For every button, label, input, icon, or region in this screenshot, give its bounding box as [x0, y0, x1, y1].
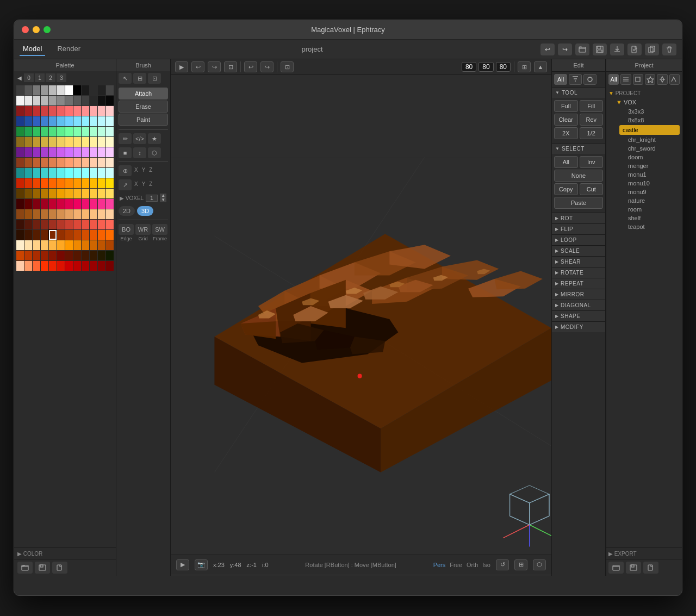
tool-rev-btn[interactable]: Rev	[580, 114, 604, 126]
color-cell-11-7[interactable]	[73, 199, 81, 209]
brush-resize-btn[interactable]: ↗	[119, 179, 132, 190]
voxel-step-down[interactable]: ▼	[160, 198, 166, 202]
color-cell-3-10[interactable]	[98, 116, 105, 126]
color-cell-6-8[interactable]	[82, 147, 89, 157]
tree-item-3x3x3[interactable]: 3x3x3	[619, 107, 680, 116]
color-cell-4-3[interactable]	[41, 127, 48, 136]
color-cell-12-8[interactable]	[82, 209, 89, 219]
mode-pers[interactable]: Pers	[433, 562, 446, 568]
save-button[interactable]	[593, 43, 607, 55]
tool-2x-btn[interactable]: 2X	[554, 127, 578, 139]
tool-section-header[interactable]: ▼ TOOL	[552, 87, 605, 98]
tree-item-chr-sword[interactable]: chr_sword	[619, 144, 680, 153]
edit-all-btn[interactable]: All	[554, 74, 567, 85]
color-cell-16-11[interactable]	[106, 251, 114, 260]
color-cell-13-0[interactable]	[16, 220, 24, 229]
color-cell-9-2[interactable]	[33, 178, 40, 188]
color-cell-15-5[interactable]	[57, 240, 65, 250]
color-cell-0-8[interactable]	[82, 85, 89, 95]
project-filter5-btn[interactable]	[669, 74, 680, 85]
color-cell-17-1[interactable]	[24, 261, 32, 271]
color-cell-6-3[interactable]	[41, 147, 48, 157]
color-cell-5-3[interactable]	[41, 137, 48, 147]
color-cell-0-1[interactable]	[24, 85, 32, 95]
color-cell-5-11[interactable]	[106, 137, 114, 147]
color-cell-16-6[interactable]	[65, 251, 73, 260]
color-cell-17-10[interactable]	[98, 261, 105, 271]
color-cell-5-1[interactable]	[24, 137, 32, 147]
rotate-section-header[interactable]: ▶ ROTATE	[552, 267, 605, 278]
wr-btn[interactable]: WR	[135, 224, 151, 235]
color-cell-12-9[interactable]	[90, 209, 97, 219]
brush-crop-btn[interactable]: ⊡	[148, 73, 161, 84]
color-cell-17-6[interactable]	[65, 261, 73, 271]
color-cell-7-6[interactable]	[65, 158, 73, 167]
project-new-btn[interactable]	[643, 562, 658, 574]
tab-model[interactable]: Model	[20, 42, 45, 56]
color-cell-10-5[interactable]	[57, 189, 65, 198]
color-cell-9-4[interactable]	[49, 178, 57, 188]
color-cell-11-10[interactable]	[98, 199, 105, 209]
scale-section-header[interactable]: ▶ SCALE	[552, 245, 605, 256]
color-cell-2-7[interactable]	[73, 106, 81, 116]
repeat-section-header[interactable]: ▶ REPEAT	[552, 278, 605, 289]
palette-folder-btn[interactable]	[17, 562, 33, 574]
color-cell-12-11[interactable]	[106, 209, 114, 219]
color-cell-11-1[interactable]	[24, 199, 32, 209]
color-cell-10-6[interactable]	[65, 189, 73, 198]
brush-3d-btn[interactable]: ⬡	[148, 147, 161, 158]
dim-2d-btn[interactable]: 2D	[119, 206, 135, 216]
mirror-section-header[interactable]: ▶ MIRROR	[552, 289, 605, 300]
color-cell-1-2[interactable]	[33, 96, 40, 105]
color-cell-4-2[interactable]	[33, 127, 40, 136]
color-cell-3-3[interactable]	[41, 116, 48, 126]
tab-render[interactable]: Render	[54, 42, 84, 56]
brush-select-btn[interactable]: ↖	[119, 73, 132, 84]
color-cell-16-7[interactable]	[73, 251, 81, 260]
color-cell-8-9[interactable]	[90, 168, 97, 178]
brush-square-btn[interactable]: ■	[119, 147, 132, 158]
color-cell-3-9[interactable]	[90, 116, 97, 126]
color-cell-5-6[interactable]	[65, 137, 73, 147]
color-cell-6-2[interactable]	[33, 147, 40, 157]
color-cell-8-0[interactable]	[16, 168, 24, 178]
color-cell-11-2[interactable]	[33, 199, 40, 209]
color-cell-7-9[interactable]	[90, 158, 97, 167]
modify-section-header[interactable]: ▶ MODIFY	[552, 321, 605, 332]
color-cell-4-11[interactable]	[106, 127, 114, 136]
brush-grid-btn[interactable]: ⊞	[133, 73, 146, 84]
select-copy-btn[interactable]: Copy	[554, 183, 578, 195]
project-folder-btn[interactable]	[608, 562, 624, 574]
color-cell-7-3[interactable]	[41, 158, 48, 167]
project-filter3-btn[interactable]	[645, 74, 655, 85]
color-cell-2-0[interactable]	[16, 106, 24, 116]
color-cell-1-7[interactable]	[73, 96, 81, 105]
select-none-btn[interactable]: None	[554, 170, 603, 182]
maximize-button[interactable]	[44, 26, 51, 33]
color-cell-11-6[interactable]	[65, 199, 73, 209]
redo-button[interactable]: ↪	[558, 43, 572, 55]
flip-section-header[interactable]: ▶ FLIP	[552, 223, 605, 234]
bo-btn[interactable]: BO	[119, 224, 134, 235]
color-cell-14-5[interactable]	[57, 230, 65, 240]
undo-button[interactable]: ↩	[540, 43, 555, 55]
color-cell-8-5[interactable]	[57, 168, 65, 178]
project-save-btn[interactable]	[626, 562, 641, 574]
color-cell-9-0[interactable]	[16, 178, 24, 188]
color-cell-8-4[interactable]	[49, 168, 57, 178]
color-cell-12-10[interactable]	[98, 209, 105, 219]
color-cell-0-11[interactable]	[106, 85, 114, 95]
color-cell-3-1[interactable]	[24, 116, 32, 126]
project-export[interactable]: ▶ EXPORT	[606, 547, 682, 559]
color-cell-4-9[interactable]	[90, 127, 97, 136]
open-button[interactable]	[575, 43, 589, 55]
color-cell-11-9[interactable]	[90, 199, 97, 209]
color-cell-16-1[interactable]	[24, 251, 32, 260]
color-cell-6-1[interactable]	[24, 147, 32, 157]
vp-frame-btn[interactable]: ⊡	[224, 61, 237, 72]
project-filter2-btn[interactable]	[633, 74, 643, 85]
color-cell-7-7[interactable]	[73, 158, 81, 167]
color-cell-12-6[interactable]	[65, 209, 73, 219]
color-cell-9-10[interactable]	[98, 178, 105, 188]
vp-canvas[interactable]	[171, 75, 551, 555]
